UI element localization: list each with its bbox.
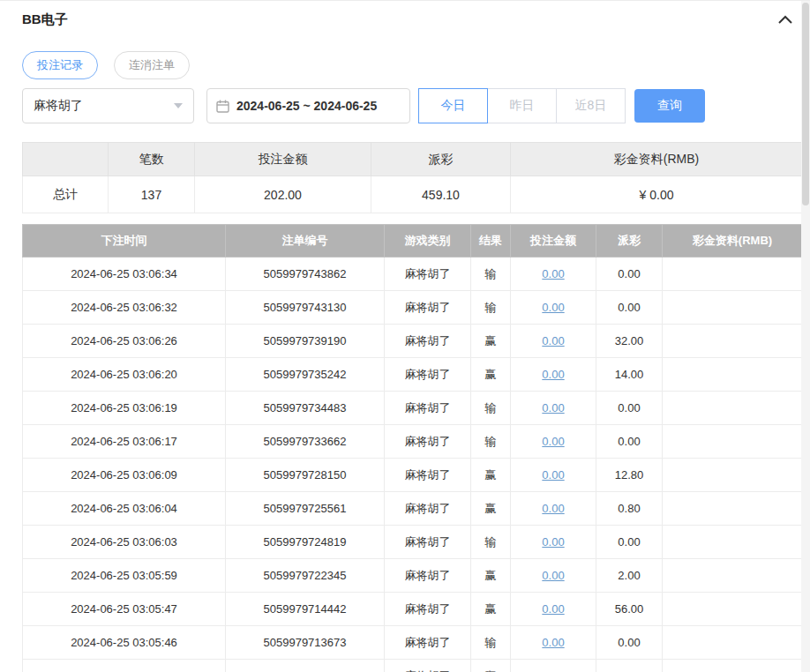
table-row: 2024-06-25 03:06:175059979733662麻将胡了输0.0…	[23, 425, 803, 459]
col-header-order-id: 注单编号	[226, 225, 385, 258]
yesterday-button[interactable]: 昨日	[487, 88, 557, 123]
cell-order_id: 5059979725561	[226, 492, 385, 526]
page-title: BB电子	[22, 11, 68, 28]
bet-amount-link[interactable]: 0.00	[542, 502, 564, 515]
records-table: 下注时间 注单编号 游戏类别 结果 投注金额 派彩 彩金资料(RMB) 2024…	[22, 224, 803, 672]
cell-jackpot	[663, 660, 803, 672]
cell-game: 麻将胡了	[385, 358, 471, 392]
col-header-game-type: 游戏类别	[385, 225, 471, 258]
bet-amount-link[interactable]: 0.00	[542, 468, 564, 482]
cell-payout: 34.80	[596, 660, 663, 672]
cell-payout: 0.00	[596, 258, 663, 291]
cell-bet: 0.00	[511, 425, 596, 459]
cell-game: 麻将胡了	[385, 492, 471, 526]
table-row: 2024-06-25 03:06:195059979734483麻将胡了输0.0…	[23, 392, 803, 425]
filter-bar: 麻将胡了 2024-06-25 ~ 2024-06-25 今日 昨日 近8日 查…	[22, 88, 810, 123]
cell-order_id: 5059979708153	[226, 660, 385, 672]
bet-records-panel: BB电子 投注记录 连消注单 麻将胡了 2024-06-25 ~ 2024-06…	[0, 0, 810, 672]
cell-order_id: 5059979722345	[226, 559, 385, 593]
vertical-scrollbar[interactable]	[801, 1, 810, 672]
cell-payout: 0.00	[596, 291, 663, 325]
cell-time: 2024-06-25 03:06:04	[23, 492, 226, 526]
cell-payout: 2.00	[596, 559, 663, 593]
cell-bet: 0.00	[511, 593, 596, 626]
search-button[interactable]: 查询	[634, 89, 705, 123]
cell-payout: 0.00	[596, 392, 663, 425]
date-range-input[interactable]: 2024-06-25 ~ 2024-06-25	[206, 88, 410, 123]
cell-time: 2024-06-25 03:06:03	[23, 526, 226, 559]
cell-bet: 0.00	[511, 660, 596, 672]
cell-jackpot	[663, 459, 803, 492]
bet-amount-link[interactable]: 0.00	[542, 368, 564, 381]
cell-jackpot	[663, 258, 803, 291]
cell-jackpot	[663, 358, 803, 392]
bet-amount-link[interactable]: 0.00	[542, 535, 564, 549]
bet-amount-link[interactable]: 0.00	[542, 267, 564, 280]
game-select[interactable]: 麻将胡了	[22, 88, 194, 123]
cell-time: 2024-06-25 03:06:32	[23, 291, 226, 325]
bet-amount-link[interactable]: 0.00	[542, 435, 564, 448]
summary-total-label: 总计	[23, 176, 109, 213]
cell-result: 输	[471, 425, 511, 459]
cell-game: 麻将胡了	[385, 425, 471, 459]
bet-amount-link[interactable]: 0.00	[542, 334, 564, 347]
cell-game: 麻将胡了	[385, 660, 471, 672]
cell-time: 2024-06-25 03:06:09	[23, 459, 226, 492]
table-row: 2024-06-25 03:05:465059979713673麻将胡了输0.0…	[23, 626, 803, 660]
summary-table: 笔数 投注金额 派彩 彩金资料(RMB) 总计 137 202.00 459.1…	[22, 142, 803, 213]
bet-amount-link[interactable]: 0.00	[542, 636, 564, 649]
summary-header-bet-amount: 投注金额	[195, 143, 371, 176]
tab-bet-records[interactable]: 投注记录	[22, 51, 98, 79]
cell-payout: 0.00	[596, 526, 663, 559]
cell-result: 输	[471, 392, 511, 425]
cell-bet: 0.00	[511, 626, 596, 660]
cell-result: 赢	[471, 325, 511, 358]
cell-order_id: 5059979739190	[226, 325, 385, 358]
calendar-icon	[216, 100, 229, 113]
cell-jackpot	[663, 626, 803, 660]
table-row: 2024-06-25 03:06:345059979743862麻将胡了输0.0…	[23, 258, 803, 291]
cell-game: 麻将胡了	[385, 459, 471, 492]
tab-cancelled-orders[interactable]: 连消注单	[114, 51, 190, 79]
col-header-payout: 派彩	[596, 225, 663, 258]
cell-bet: 0.00	[511, 291, 596, 325]
cell-result: 赢	[471, 660, 511, 672]
cell-order_id: 5059979734483	[226, 392, 385, 425]
today-button[interactable]: 今日	[418, 88, 488, 123]
cell-jackpot	[663, 492, 803, 526]
col-header-bet-time: 下注时间	[23, 225, 226, 258]
cell-payout: 12.80	[596, 459, 663, 492]
cell-order_id: 5059979714442	[226, 593, 385, 626]
bet-amount-link[interactable]: 0.00	[542, 602, 564, 616]
cell-payout: 14.00	[596, 358, 663, 392]
bet-amount-link[interactable]: 0.00	[542, 301, 564, 314]
cell-result: 赢	[471, 593, 511, 626]
summary-header-jackpot: 彩金资料(RMB)	[511, 143, 803, 176]
cell-bet: 0.00	[511, 526, 596, 559]
cell-time: 2024-06-25 03:05:37	[23, 660, 226, 672]
panel-header: BB电子	[0, 1, 810, 28]
cell-time: 2024-06-25 03:06:19	[23, 392, 226, 425]
table-row: 2024-06-25 03:06:205059979735242麻将胡了赢0.0…	[23, 358, 803, 392]
cell-game: 麻将胡了	[385, 626, 471, 660]
bet-amount-link[interactable]: 0.00	[542, 401, 564, 414]
cell-game: 麻将胡了	[385, 559, 471, 593]
chevron-up-icon[interactable]	[776, 11, 794, 28]
last-8-days-button[interactable]: 近8日	[556, 88, 626, 123]
bet-amount-link[interactable]: 0.00	[542, 569, 564, 582]
cell-order_id: 5059979733662	[226, 425, 385, 459]
cell-result: 赢	[471, 559, 511, 593]
scrollbar-thumb[interactable]	[802, 3, 809, 205]
tab-bar: 投注记录 连消注单	[22, 51, 810, 79]
col-header-result: 结果	[471, 225, 511, 258]
cell-bet: 0.00	[511, 459, 596, 492]
cell-jackpot	[663, 392, 803, 425]
cell-jackpot	[663, 526, 803, 559]
table-row: 2024-06-25 03:05:595059979722345麻将胡了赢0.0…	[23, 559, 803, 593]
summary-bet-amount: 202.00	[195, 176, 371, 213]
col-header-bet-amount: 投注金额	[511, 225, 596, 258]
cell-time: 2024-06-25 03:05:47	[23, 593, 226, 626]
cell-order_id: 5059979743862	[226, 258, 385, 291]
date-range-value: 2024-06-25 ~ 2024-06-25	[236, 99, 377, 113]
cell-time: 2024-06-25 03:05:59	[23, 559, 226, 593]
